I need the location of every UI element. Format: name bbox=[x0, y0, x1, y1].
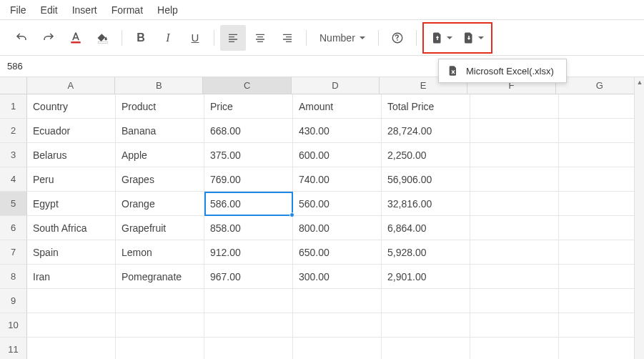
cell-g3[interactable] bbox=[559, 143, 644, 167]
undo-button[interactable] bbox=[9, 25, 34, 51]
menu-help[interactable]: Help bbox=[157, 4, 178, 16]
cell-b2[interactable]: Banana bbox=[116, 119, 204, 143]
menu-format[interactable]: Format bbox=[112, 4, 143, 16]
cell-a1[interactable]: Country bbox=[27, 94, 116, 119]
cell-g5[interactable] bbox=[559, 192, 644, 216]
underline-button[interactable]: U bbox=[182, 25, 208, 51]
cell-b1[interactable]: Product bbox=[116, 94, 204, 119]
row-header-7[interactable]: 7 bbox=[0, 240, 27, 265]
cell-b8[interactable]: Pomegranate bbox=[116, 265, 204, 289]
row-header-3[interactable]: 3 bbox=[0, 143, 27, 167]
cell-d6[interactable]: 800.00 bbox=[293, 216, 382, 240]
cell-c2[interactable]: 668.00 bbox=[204, 119, 293, 143]
row-header-6[interactable]: 6 bbox=[0, 216, 27, 240]
cell-a10[interactable] bbox=[27, 313, 116, 338]
cell-g9[interactable] bbox=[559, 289, 644, 313]
italic-button[interactable]: I bbox=[155, 25, 181, 51]
cell-c8[interactable]: 967.00 bbox=[204, 265, 293, 289]
cell-f8[interactable] bbox=[470, 265, 559, 289]
cell-d5[interactable]: 560.00 bbox=[293, 192, 382, 216]
cell-a11[interactable] bbox=[27, 338, 116, 359]
cell-g4[interactable] bbox=[559, 167, 644, 192]
row-header-9[interactable]: 9 bbox=[0, 289, 27, 313]
cell-e11[interactable] bbox=[382, 338, 470, 359]
cell-d10[interactable] bbox=[293, 313, 382, 338]
redo-button[interactable] bbox=[36, 25, 61, 51]
cell-c3[interactable]: 375.00 bbox=[204, 143, 293, 167]
row-header-2[interactable]: 2 bbox=[0, 119, 27, 143]
bold-button[interactable]: B bbox=[128, 25, 154, 51]
col-header-c[interactable]: C bbox=[203, 77, 291, 94]
col-header-a[interactable]: A bbox=[27, 77, 115, 94]
cell-f10[interactable] bbox=[470, 313, 559, 338]
row-header-1[interactable]: 1 bbox=[0, 94, 27, 119]
cell-c10[interactable] bbox=[204, 313, 293, 338]
cell-f3[interactable] bbox=[470, 143, 559, 167]
cell-d2[interactable]: 430.00 bbox=[293, 119, 382, 143]
cell-c7[interactable]: 912.00 bbox=[204, 240, 293, 265]
cell-g8[interactable] bbox=[559, 265, 644, 289]
cell-b3[interactable]: Apple bbox=[116, 143, 204, 167]
cell-e4[interactable]: 56,906.00 bbox=[382, 167, 470, 192]
cell-f5[interactable] bbox=[470, 192, 559, 216]
cell-e8[interactable]: 2,901.00 bbox=[382, 265, 470, 289]
col-header-g[interactable]: G bbox=[556, 77, 644, 94]
menu-insert[interactable]: Insert bbox=[72, 4, 97, 16]
cell-c9[interactable] bbox=[204, 289, 293, 313]
cell-b6[interactable]: Grapefruit bbox=[116, 216, 204, 240]
cell-b9[interactable] bbox=[116, 289, 204, 313]
cell-a5[interactable]: Egypt bbox=[27, 192, 116, 216]
cell-d3[interactable]: 600.00 bbox=[293, 143, 382, 167]
cell-a7[interactable]: Spain bbox=[27, 240, 116, 265]
cell-c4[interactable]: 769.00 bbox=[204, 167, 293, 192]
row-header-10[interactable]: 10 bbox=[0, 313, 27, 338]
cell-e3[interactable]: 2,250.00 bbox=[382, 143, 470, 167]
fill-color-button[interactable] bbox=[90, 25, 116, 51]
col-header-b[interactable]: B bbox=[115, 77, 203, 94]
cell-d4[interactable]: 740.00 bbox=[293, 167, 382, 192]
scroll-up-arrow[interactable]: ▲ bbox=[635, 77, 644, 87]
row-header-5[interactable]: 5 bbox=[0, 192, 27, 216]
cell-g7[interactable] bbox=[559, 240, 644, 265]
cell-f4[interactable] bbox=[470, 167, 559, 192]
col-header-d[interactable]: D bbox=[292, 77, 380, 94]
row-header-11[interactable]: 11 bbox=[0, 338, 27, 359]
cell-g6[interactable] bbox=[559, 216, 644, 240]
cell-e7[interactable]: 5,928.00 bbox=[382, 240, 470, 265]
cell-g11[interactable] bbox=[559, 338, 644, 359]
import-button[interactable] bbox=[427, 25, 457, 51]
cell-a8[interactable]: Iran bbox=[27, 265, 116, 289]
cell-d1[interactable]: Amount bbox=[293, 94, 382, 119]
cell-e2[interactable]: 28,724.00 bbox=[382, 119, 470, 143]
help-button[interactable] bbox=[385, 25, 410, 51]
cell-a4[interactable]: Peru bbox=[27, 167, 116, 192]
cell-d11[interactable] bbox=[293, 338, 382, 359]
cell-a6[interactable]: South Africa bbox=[27, 216, 116, 240]
cell-b10[interactable] bbox=[116, 313, 204, 338]
cell-e6[interactable]: 6,864.00 bbox=[382, 216, 470, 240]
cell-c6[interactable]: 858.00 bbox=[204, 216, 293, 240]
cell-f11[interactable] bbox=[470, 338, 559, 359]
cell-f9[interactable] bbox=[470, 289, 559, 313]
export-xlsx-item[interactable]: Microsoft Excel(.xlsx) bbox=[439, 59, 566, 82]
cell-b11[interactable] bbox=[116, 338, 204, 359]
align-left-button[interactable] bbox=[220, 25, 246, 51]
cell-d7[interactable]: 650.00 bbox=[293, 240, 382, 265]
cell-c5[interactable]: 586.00 bbox=[204, 192, 293, 216]
cell-f6[interactable] bbox=[470, 216, 559, 240]
cell-e9[interactable] bbox=[382, 289, 470, 313]
cell-d9[interactable] bbox=[293, 289, 382, 313]
cell-f1[interactable] bbox=[470, 94, 559, 119]
cell-b7[interactable]: Lemon bbox=[116, 240, 204, 265]
align-center-button[interactable] bbox=[247, 25, 273, 51]
row-header-8[interactable]: 8 bbox=[0, 265, 27, 289]
cell-g10[interactable] bbox=[559, 313, 644, 338]
align-right-button[interactable] bbox=[274, 25, 300, 51]
menu-edit[interactable]: Edit bbox=[41, 4, 58, 16]
cell-d8[interactable]: 300.00 bbox=[293, 265, 382, 289]
row-header-4[interactable]: 4 bbox=[0, 167, 27, 192]
cell-e1[interactable]: Total Price bbox=[382, 94, 470, 119]
cell-a3[interactable]: Belarus bbox=[27, 143, 116, 167]
text-color-button[interactable] bbox=[63, 25, 89, 51]
cell-e5[interactable]: 32,816.00 bbox=[382, 192, 470, 216]
